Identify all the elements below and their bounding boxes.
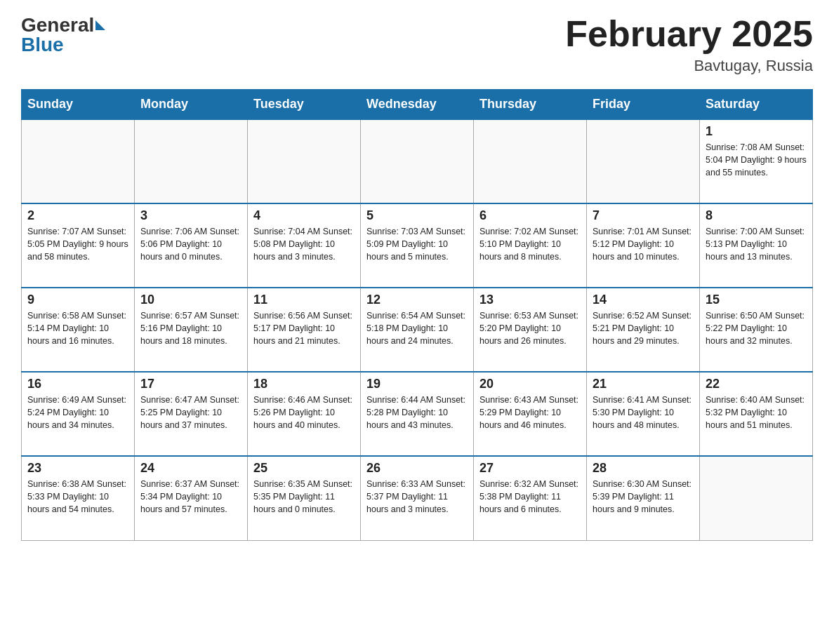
weekday-header-row: Sunday Monday Tuesday Wednesday Thursday… (22, 90, 813, 120)
table-row: 20Sunrise: 6:43 AM Sunset: 5:29 PM Dayli… (474, 372, 587, 456)
table-row: 8Sunrise: 7:00 AM Sunset: 5:13 PM Daylig… (700, 203, 813, 288)
location-label: Bavtugay, Russia (565, 57, 813, 75)
table-row: 23Sunrise: 6:38 AM Sunset: 5:33 PM Dayli… (22, 456, 135, 540)
day-info: Sunrise: 6:49 AM Sunset: 5:24 PM Dayligh… (27, 394, 128, 431)
table-row: 19Sunrise: 6:44 AM Sunset: 5:28 PM Dayli… (361, 372, 474, 456)
table-row: 28Sunrise: 6:30 AM Sunset: 5:39 PM Dayli… (587, 456, 700, 540)
day-number: 9 (27, 293, 128, 307)
day-info: Sunrise: 6:47 AM Sunset: 5:25 PM Dayligh… (140, 394, 241, 431)
day-info: Sunrise: 6:50 AM Sunset: 5:22 PM Dayligh… (706, 309, 807, 347)
day-number: 5 (366, 208, 468, 223)
day-number: 17 (140, 377, 241, 391)
table-row (474, 119, 587, 203)
day-info: Sunrise: 7:03 AM Sunset: 5:09 PM Dayligh… (366, 225, 468, 263)
table-row: 24Sunrise: 6:37 AM Sunset: 5:34 PM Dayli… (135, 456, 248, 540)
table-row (248, 119, 361, 203)
day-info: Sunrise: 6:52 AM Sunset: 5:21 PM Dayligh… (593, 309, 694, 347)
day-info: Sunrise: 7:02 AM Sunset: 5:10 PM Dayligh… (479, 225, 581, 263)
table-row (22, 119, 135, 203)
day-info: Sunrise: 6:44 AM Sunset: 5:28 PM Dayligh… (366, 394, 468, 431)
header-tuesday: Tuesday (248, 90, 361, 120)
day-number: 11 (253, 293, 355, 307)
table-row: 18Sunrise: 6:46 AM Sunset: 5:26 PM Dayli… (248, 372, 361, 456)
table-row: 2Sunrise: 7:07 AM Sunset: 5:05 PM Daylig… (22, 203, 135, 288)
table-row: 11Sunrise: 6:56 AM Sunset: 5:17 PM Dayli… (248, 288, 361, 372)
table-row (587, 119, 700, 203)
table-row: 17Sunrise: 6:47 AM Sunset: 5:25 PM Dayli… (135, 372, 248, 456)
day-info: Sunrise: 7:00 AM Sunset: 5:13 PM Dayligh… (706, 225, 807, 263)
header-wednesday: Wednesday (361, 90, 474, 120)
day-number: 20 (479, 377, 581, 391)
table-row (700, 456, 813, 540)
day-info: Sunrise: 6:57 AM Sunset: 5:16 PM Dayligh… (140, 309, 241, 347)
month-title: February 2025 (565, 14, 813, 54)
day-number: 8 (706, 208, 807, 223)
table-row (135, 119, 248, 203)
day-info: Sunrise: 6:40 AM Sunset: 5:32 PM Dayligh… (706, 394, 807, 431)
day-number: 18 (253, 377, 355, 391)
header-friday: Friday (587, 90, 700, 120)
day-info: Sunrise: 7:07 AM Sunset: 5:05 PM Dayligh… (27, 225, 128, 263)
day-info: Sunrise: 6:43 AM Sunset: 5:29 PM Dayligh… (479, 394, 581, 431)
table-row: 3Sunrise: 7:06 AM Sunset: 5:06 PM Daylig… (135, 203, 248, 288)
header-saturday: Saturday (700, 90, 813, 120)
logo-blue-text: Blue (21, 34, 64, 56)
week-row-2: 2Sunrise: 7:07 AM Sunset: 5:05 PM Daylig… (22, 203, 813, 288)
day-number: 2 (27, 208, 128, 223)
week-row-1: 1Sunrise: 7:08 AM Sunset: 5:04 PM Daylig… (22, 119, 813, 203)
day-number: 24 (140, 461, 241, 476)
day-number: 28 (593, 461, 694, 476)
week-row-5: 23Sunrise: 6:38 AM Sunset: 5:33 PM Dayli… (22, 456, 813, 540)
table-row: 27Sunrise: 6:32 AM Sunset: 5:38 PM Dayli… (474, 456, 587, 540)
title-section: February 2025 Bavtugay, Russia (565, 14, 813, 75)
day-info: Sunrise: 6:35 AM Sunset: 5:35 PM Dayligh… (253, 478, 355, 516)
table-row: 4Sunrise: 7:04 AM Sunset: 5:08 PM Daylig… (248, 203, 361, 288)
day-info: Sunrise: 7:08 AM Sunset: 5:04 PM Dayligh… (706, 141, 807, 179)
week-row-3: 9Sunrise: 6:58 AM Sunset: 5:14 PM Daylig… (22, 288, 813, 372)
day-number: 26 (366, 461, 468, 476)
day-info: Sunrise: 6:46 AM Sunset: 5:26 PM Dayligh… (253, 394, 355, 431)
day-number: 3 (140, 208, 241, 223)
day-info: Sunrise: 7:01 AM Sunset: 5:12 PM Dayligh… (593, 225, 694, 263)
day-info: Sunrise: 7:06 AM Sunset: 5:06 PM Dayligh… (140, 225, 241, 263)
day-number: 27 (479, 461, 581, 476)
day-info: Sunrise: 6:33 AM Sunset: 5:37 PM Dayligh… (366, 478, 468, 516)
table-row: 26Sunrise: 6:33 AM Sunset: 5:37 PM Dayli… (361, 456, 474, 540)
day-number: 12 (366, 293, 468, 307)
table-row: 5Sunrise: 7:03 AM Sunset: 5:09 PM Daylig… (361, 203, 474, 288)
day-number: 1 (706, 124, 807, 139)
day-number: 10 (140, 293, 241, 307)
day-info: Sunrise: 6:38 AM Sunset: 5:33 PM Dayligh… (27, 478, 128, 516)
table-row: 13Sunrise: 6:53 AM Sunset: 5:20 PM Dayli… (474, 288, 587, 372)
table-row: 25Sunrise: 6:35 AM Sunset: 5:35 PM Dayli… (248, 456, 361, 540)
day-number: 25 (253, 461, 355, 476)
day-info: Sunrise: 6:54 AM Sunset: 5:18 PM Dayligh… (366, 309, 468, 347)
page-header: General Blue February 2025 Bavtugay, Rus… (21, 14, 813, 75)
table-row: 9Sunrise: 6:58 AM Sunset: 5:14 PM Daylig… (22, 288, 135, 372)
header-monday: Monday (135, 90, 248, 120)
table-row: 15Sunrise: 6:50 AM Sunset: 5:22 PM Dayli… (700, 288, 813, 372)
day-info: Sunrise: 6:41 AM Sunset: 5:30 PM Dayligh… (593, 394, 694, 431)
day-info: Sunrise: 6:37 AM Sunset: 5:34 PM Dayligh… (140, 478, 241, 516)
logo: General Blue (21, 14, 105, 56)
day-info: Sunrise: 7:04 AM Sunset: 5:08 PM Dayligh… (253, 225, 355, 263)
table-row: 6Sunrise: 7:02 AM Sunset: 5:10 PM Daylig… (474, 203, 587, 288)
day-number: 6 (479, 208, 581, 223)
day-number: 21 (593, 377, 694, 391)
day-info: Sunrise: 6:58 AM Sunset: 5:14 PM Dayligh… (27, 309, 128, 347)
table-row: 7Sunrise: 7:01 AM Sunset: 5:12 PM Daylig… (587, 203, 700, 288)
table-row: 1Sunrise: 7:08 AM Sunset: 5:04 PM Daylig… (700, 119, 813, 203)
day-number: 7 (593, 208, 694, 223)
table-row: 14Sunrise: 6:52 AM Sunset: 5:21 PM Dayli… (587, 288, 700, 372)
day-info: Sunrise: 6:56 AM Sunset: 5:17 PM Dayligh… (253, 309, 355, 347)
table-row: 22Sunrise: 6:40 AM Sunset: 5:32 PM Dayli… (700, 372, 813, 456)
day-number: 16 (27, 377, 128, 391)
day-number: 22 (706, 377, 807, 391)
day-number: 13 (479, 293, 581, 307)
header-thursday: Thursday (474, 90, 587, 120)
day-info: Sunrise: 6:53 AM Sunset: 5:20 PM Dayligh… (479, 309, 581, 347)
table-row: 21Sunrise: 6:41 AM Sunset: 5:30 PM Dayli… (587, 372, 700, 456)
header-sunday: Sunday (22, 90, 135, 120)
day-number: 15 (706, 293, 807, 307)
calendar-table: Sunday Monday Tuesday Wednesday Thursday… (21, 89, 813, 541)
